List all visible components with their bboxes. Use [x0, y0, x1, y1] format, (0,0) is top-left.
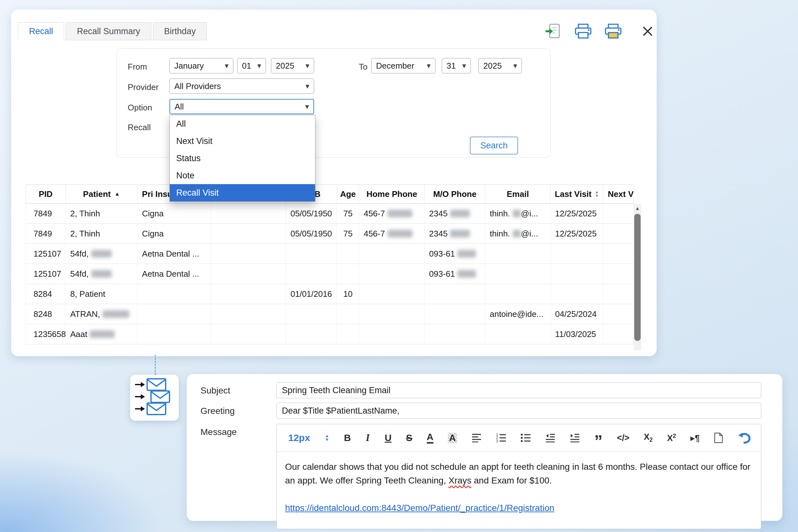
message-label: Message: [201, 427, 237, 437]
font-size-stepper-button[interactable]: ▲▼: [324, 434, 329, 442]
close-icon[interactable]: [639, 22, 657, 40]
font-size-value[interactable]: 12px: [288, 433, 310, 443]
scrollbar-thumb[interactable]: [634, 214, 641, 341]
table-row[interactable]: 82848, Patient01/01/201610: [25, 284, 633, 304]
table-cell: 8, Patient: [66, 284, 137, 304]
table-cell: [337, 264, 359, 284]
message-text-2: and Exam for $100.: [472, 476, 552, 486]
text-color-button[interactable]: A: [427, 432, 434, 443]
superscript-button[interactable]: X2: [667, 433, 676, 443]
option-dropdown-item[interactable]: Recall Visit: [170, 184, 315, 202]
col-header-m-o-phone[interactable]: M/O Phone: [424, 185, 485, 203]
registration-link[interactable]: https://identalcloud.com:8443/Demo/Patie…: [285, 501, 554, 515]
strikethrough-button[interactable]: S: [406, 433, 413, 443]
scroll-up-icon[interactable]: ▲: [633, 206, 641, 211]
table-row[interactable]: 78492, ThinhCigna05/05/195075456-72345th…: [25, 204, 633, 224]
undo-button[interactable]: [737, 432, 752, 443]
from-year-select[interactable]: 2025▾: [271, 58, 314, 73]
table-row[interactable]: 12510754fd,Aetna Dental ...093-61: [25, 244, 633, 264]
option-dropdown-item[interactable]: Status: [170, 150, 315, 167]
table-cell: [211, 264, 286, 284]
table-cell: [211, 224, 286, 244]
to-month-select[interactable]: December▾: [371, 58, 435, 73]
vertical-scrollbar[interactable]: ▲: [633, 204, 641, 350]
table-cell: [485, 324, 551, 344]
table-cell: ATRAN,: [66, 304, 137, 324]
indent-button[interactable]: [570, 433, 580, 442]
print-preview-icon[interactable]: [604, 22, 622, 40]
chevron-down-icon: ▾: [305, 61, 309, 70]
col-header-pid[interactable]: PID: [26, 185, 66, 203]
underline-button[interactable]: U: [385, 433, 392, 443]
redacted-text: [513, 230, 521, 238]
table-cell: 2345: [424, 204, 485, 223]
chevron-down-icon: ▾: [305, 82, 309, 91]
provider-select[interactable]: All Providers▾: [170, 78, 314, 94]
table-cell: [603, 284, 633, 304]
option-dropdown-item[interactable]: Note: [170, 167, 315, 184]
table-cell: [137, 304, 211, 324]
from-day-select[interactable]: 01▾: [237, 58, 266, 73]
code-button[interactable]: </>: [617, 433, 629, 443]
col-header-last-visit[interactable]: Last Visit▲▼: [551, 185, 603, 203]
to-year-select[interactable]: 2025▾: [478, 58, 522, 73]
table-row[interactable]: 12510754fd,Aetna Dental ...093-61: [25, 264, 633, 284]
sort-asc-icon: ▲: [115, 191, 120, 197]
col-header-email[interactable]: Email: [485, 185, 551, 203]
print-icon[interactable]: [574, 22, 592, 40]
highlight-button[interactable]: A: [448, 433, 457, 443]
align-left-button[interactable]: [472, 433, 482, 442]
table-cell: Cigna: [137, 204, 211, 223]
option-dropdown-item[interactable]: All: [170, 115, 315, 132]
bold-button[interactable]: B: [344, 433, 351, 443]
message-editor: 12px ▲▼BIUSAA123”</>X2X2▸¶ Our calendar …: [277, 424, 761, 529]
ordered-list-button[interactable]: 123: [496, 433, 506, 443]
search-button[interactable]: Search: [470, 137, 518, 154]
table-cell: [603, 244, 633, 264]
table-cell: [359, 284, 424, 304]
subscript-button[interactable]: X2: [644, 432, 653, 443]
col-header-age[interactable]: Age: [337, 185, 359, 203]
table-cell: thinh.@i...: [485, 224, 551, 244]
table-cell: 11/03/2025: [551, 324, 603, 344]
mail-merge-button[interactable]: [130, 375, 179, 421]
col-header-next-vis[interactable]: Next Vis: [603, 185, 633, 203]
greeting-input[interactable]: [277, 403, 761, 419]
tab-recall[interactable]: Recall: [18, 22, 64, 40]
subject-input[interactable]: [277, 382, 761, 398]
outdent-button[interactable]: [545, 433, 555, 442]
table-cell: [359, 304, 424, 324]
tab-recall-summary[interactable]: Recall Summary: [66, 22, 151, 40]
table-cell: [211, 304, 286, 324]
table-header-row: PIDPatient▲Pri InsuDOBAgeHome PhoneM/O P…: [25, 185, 633, 204]
new-page-button[interactable]: [714, 433, 723, 443]
from-month-select[interactable]: January▾: [170, 58, 233, 73]
table-row[interactable]: 8248ATRAN,antoine@ide...04/25/2024: [25, 304, 633, 324]
table-cell: 54fd,: [66, 244, 137, 264]
pilcrow-button[interactable]: ▸¶: [690, 433, 700, 443]
italic-button[interactable]: I: [365, 432, 370, 443]
tab-birthday[interactable]: Birthday: [153, 22, 207, 40]
table-cell: [603, 304, 633, 324]
redacted-text: [457, 250, 476, 258]
table-row[interactable]: 1235658Aaat11/03/2025: [25, 324, 633, 344]
bullet-list-button[interactable]: [520, 433, 531, 443]
table-cell: [485, 244, 551, 264]
option-dropdown-item[interactable]: Next Visit: [170, 132, 315, 150]
to-day-select[interactable]: 31▾: [442, 58, 471, 73]
option-select[interactable]: All▾: [170, 99, 314, 114]
table-row[interactable]: 78492, ThinhCigna05/05/195075456-72345th…: [25, 224, 633, 244]
table-cell: [211, 244, 286, 264]
table-cell: [286, 304, 337, 324]
redacted-text: [513, 210, 521, 217]
table-cell: Aaat: [66, 324, 137, 344]
table-cell: [551, 284, 603, 304]
table-cell: [211, 284, 286, 304]
table-cell: [337, 304, 359, 324]
message-body[interactable]: Our calendar shows that you did not sche…: [277, 452, 761, 515]
blockquote-button[interactable]: ”: [594, 435, 603, 441]
export-icon[interactable]: [544, 22, 562, 40]
table-cell: 75: [337, 204, 359, 223]
col-header-home-phone[interactable]: Home Phone: [359, 185, 424, 203]
col-header-patient[interactable]: Patient▲: [66, 185, 137, 203]
